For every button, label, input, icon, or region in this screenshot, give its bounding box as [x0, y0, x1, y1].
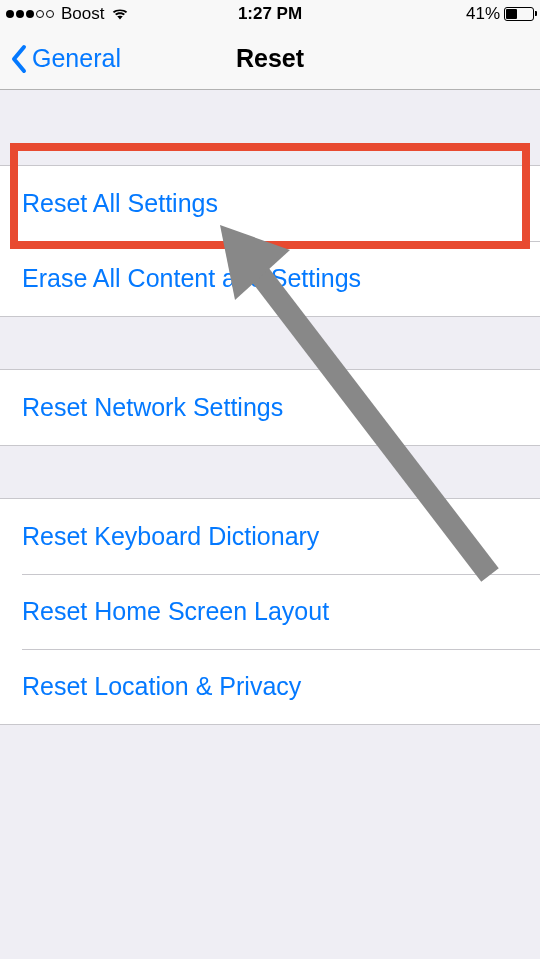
nav-bar: General Reset — [0, 28, 540, 90]
settings-group-2: Reset Network Settings — [0, 369, 540, 446]
status-bar: Boost 1:27 PM 41% — [0, 0, 540, 28]
row-label: Reset All Settings — [22, 189, 218, 218]
reset-all-settings-row[interactable]: Reset All Settings — [0, 166, 540, 241]
back-button[interactable]: General — [10, 44, 121, 74]
erase-all-content-row[interactable]: Erase All Content and Settings — [0, 241, 540, 316]
wifi-icon — [111, 7, 129, 21]
group-spacer — [0, 446, 540, 498]
chevron-left-icon — [10, 44, 28, 74]
reset-keyboard-dictionary-row[interactable]: Reset Keyboard Dictionary — [0, 499, 540, 574]
status-time: 1:27 PM — [238, 4, 302, 24]
signal-strength-icon — [6, 10, 54, 18]
status-left: Boost — [6, 4, 129, 24]
status-right: 41% — [466, 4, 534, 24]
back-label: General — [32, 44, 121, 73]
row-label: Reset Home Screen Layout — [22, 597, 329, 626]
row-label: Reset Location & Privacy — [22, 672, 301, 701]
settings-group-3: Reset Keyboard Dictionary Reset Home Scr… — [0, 498, 540, 725]
reset-location-privacy-row[interactable]: Reset Location & Privacy — [0, 649, 540, 724]
battery-percent-label: 41% — [466, 4, 500, 24]
battery-icon — [504, 7, 534, 21]
row-label: Erase All Content and Settings — [22, 264, 361, 293]
carrier-label: Boost — [61, 4, 104, 24]
row-label: Reset Network Settings — [22, 393, 283, 422]
reset-network-settings-row[interactable]: Reset Network Settings — [0, 370, 540, 445]
row-label: Reset Keyboard Dictionary — [22, 522, 319, 551]
group-spacer — [0, 317, 540, 369]
reset-home-screen-layout-row[interactable]: Reset Home Screen Layout — [0, 574, 540, 649]
settings-group-1: Reset All Settings Erase All Content and… — [0, 165, 540, 317]
page-title: Reset — [236, 44, 304, 73]
group-spacer — [0, 90, 540, 165]
